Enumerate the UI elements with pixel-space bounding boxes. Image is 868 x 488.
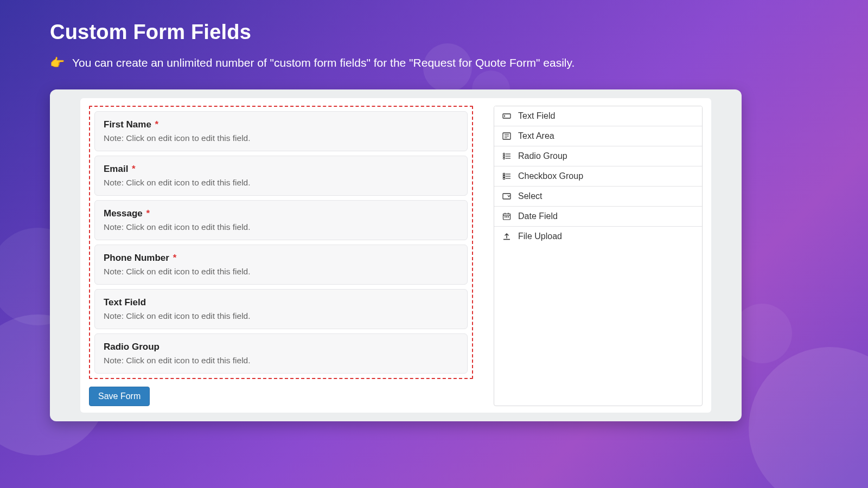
required-star-icon: * <box>152 119 158 130</box>
palette-item-text-area[interactable]: Text Area <box>494 126 702 146</box>
palette-item-checkbox-group[interactable]: Checkbox Group <box>494 166 702 187</box>
palette-item-select[interactable]: Select <box>494 187 702 207</box>
palette-item-label: Text Area <box>518 131 554 141</box>
palette-item-label: Date Field <box>518 211 558 221</box>
builder-panel: First Name *Note: Click on edit icon to … <box>50 89 742 421</box>
required-star-icon: * <box>144 208 150 219</box>
field-label: Email * <box>104 164 458 175</box>
field-note: Note: Click on edit icon to edit this fi… <box>104 311 458 321</box>
palette-item-radio-group[interactable]: Radio Group <box>494 146 702 166</box>
field-note: Note: Click on edit icon to edit this fi… <box>104 356 458 365</box>
radio-group-icon <box>502 152 512 160</box>
field-note: Note: Click on edit icon to edit this fi… <box>104 222 458 232</box>
date-field-icon <box>502 212 512 221</box>
required-star-icon: * <box>129 164 135 174</box>
text-field-icon <box>502 112 512 120</box>
palette-item-label: Text Field <box>518 111 555 121</box>
palette-item-label: Radio Group <box>518 151 567 161</box>
palette-item-date-field[interactable]: Date Field <box>494 207 702 227</box>
file-upload-icon <box>502 232 512 241</box>
field-label: Message * <box>104 208 458 219</box>
form-field-card[interactable]: Message *Note: Click on edit icon to edi… <box>94 200 468 240</box>
field-label: First Name * <box>104 119 458 130</box>
palette-item-label: Checkbox Group <box>518 171 583 181</box>
form-field-card[interactable]: Text FieldNote: Click on edit icon to ed… <box>94 289 468 329</box>
required-star-icon: * <box>170 253 176 263</box>
page-subtitle: You can create an unlimited number of "c… <box>72 56 575 69</box>
field-label: Text Field <box>104 297 458 308</box>
save-form-button[interactable]: Save Form <box>89 387 150 406</box>
form-field-card[interactable]: Phone Number *Note: Click on edit icon t… <box>94 245 468 285</box>
form-field-card[interactable]: Email *Note: Click on edit icon to edit … <box>94 156 468 196</box>
form-field-card[interactable]: First Name *Note: Click on edit icon to … <box>94 111 468 151</box>
palette-item-label: Select <box>518 191 542 201</box>
field-note: Note: Click on edit icon to edit this fi… <box>104 133 458 143</box>
field-note: Note: Click on edit icon to edit this fi… <box>104 178 458 188</box>
field-note: Note: Click on edit icon to edit this fi… <box>104 267 458 277</box>
pointing-hand-icon: 👉 <box>50 56 65 70</box>
checkbox-group-icon <box>502 172 512 181</box>
form-drop-area[interactable]: First Name *Note: Click on edit icon to … <box>89 106 473 379</box>
form-field-card[interactable]: Radio GroupNote: Click on edit icon to e… <box>94 333 468 374</box>
field-label: Phone Number * <box>104 253 458 264</box>
palette-item-label: File Upload <box>518 232 562 241</box>
field-palette: Text FieldText AreaRadio GroupCheckbox G… <box>494 106 703 406</box>
palette-item-text-field[interactable]: Text Field <box>494 106 702 126</box>
palette-item-file-upload[interactable]: File Upload <box>494 227 702 246</box>
text-area-icon <box>502 132 512 140</box>
field-label: Radio Group <box>104 342 458 352</box>
page-title: Custom Form Fields <box>50 21 818 44</box>
select-icon <box>502 192 512 201</box>
